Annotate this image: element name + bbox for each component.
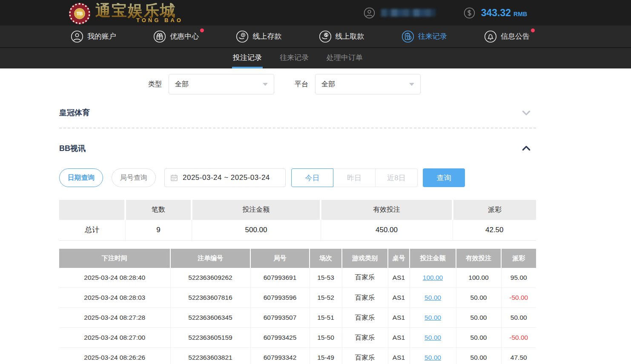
cell-bet-amount: 50.00 [410,348,456,364]
summary-total-label: 总计 [59,220,125,240]
page: TB 通宝娱乐城 TONG BAO 343.32 RMB [0,0,631,364]
chevron-down-icon[interactable] [521,107,532,118]
summary-total-row: 总计 9 500.00 450.00 42.50 [59,220,536,240]
withdraw-icon [319,30,332,43]
table-cell: 15-53 [310,268,342,288]
bet-records-table: 下注时间 注单编号 局号 场次 游戏类别 桌号 投注金额 有效投注 派彩 202… [59,249,536,364]
chevron-down-icon [263,83,268,86]
table-cell: 2025-03-24 08:26:26 [59,348,170,364]
summary-header-payout: 派彩 [453,200,536,220]
chevron-up-icon[interactable] [521,143,532,154]
sub-nav: 投注记录 往来记录 处理中订单 [0,47,631,68]
bet-amount-link[interactable]: 50.00 [424,314,441,321]
table-cell: 522363607816 [170,288,250,308]
table-cell: 607993691 [250,268,310,288]
summary-table: 笔数 投注金额 有效投注 派彩 总计 9 500.00 450.00 42.50 [59,200,536,241]
platform-select[interactable]: 全部 [315,74,421,94]
table-cell: 522363609262 [170,268,250,288]
summary-header-bet-amount: 投注金额 [192,200,321,220]
bet-amount-link[interactable]: 50.00 [424,294,441,301]
yesterday-button[interactable]: 昨日 [333,168,376,187]
nav-item-promotions[interactable]: 优惠中心 [153,30,199,43]
table-row: 2025-03-24 08:26:26522363603821607993342… [59,348,536,364]
username-blurred[interactable] [381,9,436,17]
table-cell: -50.00 [501,288,536,308]
table-cell: 2025-03-24 08:27:28 [59,308,170,328]
section-crown-sports[interactable]: 皇冠体育 [59,94,536,128]
records-icon [402,30,414,43]
bell-icon [484,30,497,43]
section-bb-live[interactable]: BB视讯 [59,128,536,156]
table-cell: 50.00 [456,348,501,364]
table-row: 2025-03-24 08:28:40522363609262607993691… [59,268,536,288]
chevron-down-icon [409,83,414,86]
dollar-circle-icon [464,7,475,19]
col-payout: 派彩 [501,249,536,268]
table-cell: 百家乐 [342,268,388,288]
summary-header-blank [59,200,125,220]
table-cell: AS1 [388,328,410,348]
table-cell: 50.00 [456,288,501,308]
calendar-icon [170,173,178,182]
nav-item-deposit[interactable]: 线上存款 [236,30,281,43]
cell-bet-amount: 100.00 [410,268,456,288]
date-range-input[interactable]: 2025-03-24 ~ 2025-03-24 [164,168,286,187]
round-query-button[interactable]: 局号查询 [112,168,156,187]
table-cell: 2025-03-24 08:28:40 [59,268,170,288]
nav-item-transaction-records[interactable]: 往来记录 [402,30,447,43]
table-cell: 607993425 [250,328,310,348]
table-cell: AS1 [388,268,410,288]
notification-dot [200,28,204,32]
user-icon [71,30,83,43]
table-row: 2025-03-24 08:27:00522363605159607993425… [59,328,536,348]
summary-header-row: 笔数 投注金额 有效投注 派彩 [59,200,536,220]
user-avatar-icon [364,7,375,19]
table-cell: 2025-03-24 08:28:03 [59,288,170,308]
col-game-type: 游戏类别 [342,249,388,268]
tab-bet-records[interactable]: 投注记录 [232,48,263,68]
date-query-button[interactable]: 日期查询 [59,168,103,187]
col-table-no: 桌号 [388,249,410,268]
tab-transaction-records[interactable]: 往来记录 [279,48,310,68]
bet-amount-link[interactable]: 100.00 [423,274,443,281]
balance[interactable]: 343.32 RMB [464,7,527,19]
chip-tb-label: TB [74,8,85,19]
query-toolbar: 日期查询 局号查询 2025-03-24 ~ 2025-03-24 今日 昨日 … [59,168,536,187]
site-logo[interactable]: TB 通宝娱乐城 TONG BAO [69,1,183,24]
col-bet-time: 下注时间 [59,249,170,268]
bet-amount-link[interactable]: 50.00 [424,334,441,341]
balance-currency: RMB [513,11,527,17]
table-cell: 522363603821 [170,348,250,364]
table-cell: -50.00 [501,328,536,348]
platform-label: 平台 [295,80,308,89]
type-label: 类型 [148,80,162,89]
summary-payout: 42.50 [453,220,536,240]
summary-valid-bet: 450.00 [321,220,453,240]
filter-row: 类型 全部 平台 全部 [59,74,536,94]
today-button[interactable]: 今日 [291,168,333,187]
table-cell: 15-51 [310,308,342,328]
col-round-id: 局号 [250,249,310,268]
table-cell: 15-52 [310,288,342,308]
table-cell: 607993596 [250,288,310,308]
bet-table-header-row: 下注时间 注单编号 局号 场次 游戏类别 桌号 投注金额 有效投注 派彩 [59,249,536,268]
nav-item-my-account[interactable]: 我的账户 [71,30,116,43]
table-cell: 2025-03-24 08:27:00 [59,328,170,348]
table-cell: AS1 [388,348,410,364]
nav-item-withdraw[interactable]: 线上取款 [319,30,364,43]
last-8-days-button[interactable]: 近8日 [376,168,418,187]
table-row: 2025-03-24 08:27:28522363606345607993507… [59,308,536,328]
summary-bet-amount: 500.00 [192,220,321,240]
nav-item-announcements[interactable]: 信息公告 [484,30,530,43]
cell-bet-amount: 50.00 [410,308,456,328]
type-select[interactable]: 全部 [169,74,274,94]
col-bet-amount: 投注金额 [410,249,456,268]
search-button[interactable]: 查询 [423,168,465,187]
table-cell: AS1 [388,308,410,328]
table-cell: 47.50 [501,348,536,364]
cell-bet-amount: 50.00 [410,288,456,308]
tab-processing-orders[interactable]: 处理中订单 [326,48,364,68]
table-cell: 百家乐 [342,288,388,308]
table-cell: 15-49 [310,348,342,364]
bet-amount-link[interactable]: 50.00 [424,354,441,361]
